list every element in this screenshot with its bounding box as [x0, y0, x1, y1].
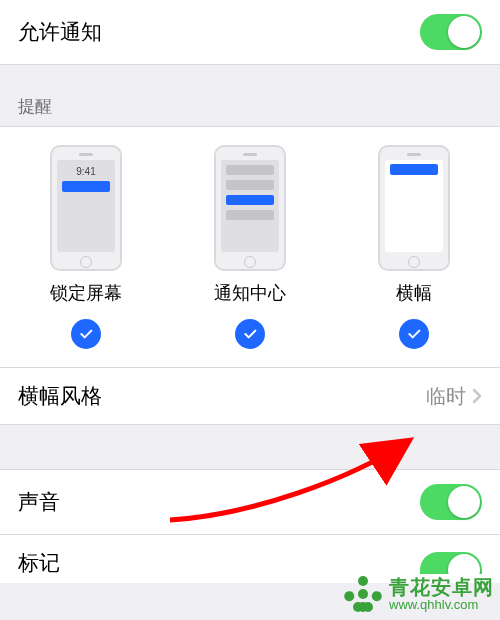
badge-toggle[interactable] — [420, 552, 482, 574]
alert-style-lockscreen[interactable]: 9:41 锁定屏幕 — [11, 145, 161, 349]
lockscreen-preview-icon: 9:41 — [50, 145, 122, 271]
alert-styles-grid: 9:41 锁定屏幕 通知中心 — [0, 127, 500, 367]
lockscreen-time: 9:41 — [76, 166, 95, 177]
banner-style-value: 临时 — [426, 383, 466, 410]
alert-style-label: 通知中心 — [214, 281, 286, 305]
toggle-knob — [448, 16, 480, 48]
allow-notifications-toggle[interactable] — [420, 14, 482, 50]
allow-notifications-row: 允许通知 — [0, 0, 500, 65]
banner-preview-icon — [378, 145, 450, 271]
toggle-knob — [448, 486, 480, 518]
checkmark-icon — [399, 319, 429, 349]
svg-point-0 — [358, 589, 368, 599]
alert-styles-card: 9:41 锁定屏幕 通知中心 — [0, 126, 500, 368]
alert-style-banner[interactable]: 横幅 — [339, 145, 489, 349]
chevron-right-icon — [472, 388, 482, 404]
banner-style-row[interactable]: 横幅风格 临时 — [0, 367, 500, 425]
banner-style-value-wrap: 临时 — [426, 383, 482, 410]
toggle-knob — [448, 554, 480, 574]
sound-label: 声音 — [18, 488, 60, 516]
watermark-url: www.qhhlv.com — [389, 598, 494, 612]
alert-style-notification-center[interactable]: 通知中心 — [175, 145, 325, 349]
alert-style-label: 横幅 — [396, 281, 432, 305]
alerts-section-header: 提醒 — [0, 65, 500, 126]
notification-center-preview-icon — [214, 145, 286, 271]
banner-style-label: 横幅风格 — [18, 382, 102, 410]
checkmark-icon — [71, 319, 101, 349]
badge-row: 标记 — [0, 535, 500, 583]
allow-notifications-label: 允许通知 — [18, 18, 102, 46]
sound-toggle[interactable] — [420, 484, 482, 520]
alert-style-label: 锁定屏幕 — [50, 281, 122, 305]
badge-label: 标记 — [18, 549, 60, 577]
checkmark-icon — [235, 319, 265, 349]
sound-row: 声音 — [0, 469, 500, 535]
